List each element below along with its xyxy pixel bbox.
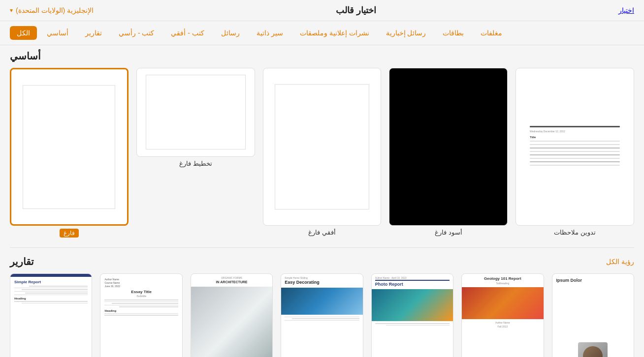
mr-content — [281, 315, 362, 324]
geo-inner: Geology 101 Report Subheading Author Nam… — [462, 274, 543, 357]
sbr-header: ORGANIC FORMS IN ARCHITECTURE — [191, 274, 272, 287]
category-btn-basic[interactable]: أساسي — [40, 26, 75, 40]
template-ipsum-report-thumb[interactable]: Ipsum Dolor Author Name — [552, 273, 634, 357]
note-line-3 — [530, 144, 620, 145]
sr-line-3 — [22, 289, 88, 290]
essay-heading: Heading — [104, 309, 178, 312]
geo-author-bottom: Author Name — [465, 321, 540, 324]
essay-line-1 — [104, 299, 178, 300]
blank-white-inner — [23, 85, 115, 209]
note-line-9 — [530, 165, 620, 166]
sr-title: Simple Report — [14, 280, 88, 284]
blank-portrait-inner — [275, 84, 369, 209]
pr-line-1 — [375, 323, 450, 324]
chevron-down-icon: ▾ — [10, 7, 13, 14]
template-simple-report-thumb[interactable]: Simple Report Heading — [10, 273, 92, 357]
essay-line-7 — [104, 315, 178, 316]
pr-author-line: Author Name · April 10, 2022 — [375, 276, 450, 279]
sbr-inner: ORGANIC FORMS IN ARCHITECTURE — [191, 274, 272, 357]
template-photo-report[interactable]: Author Name · April 10, 2022 Photo Repor… — [371, 273, 453, 357]
pr-inner: Author Name · April 10, 2022 Photo Repor… — [372, 274, 453, 357]
template-blank-layout-name: تخطيط فارغ — [179, 160, 212, 167]
section-reports-title: تقارير — [10, 256, 34, 268]
template-blank-portrait-thumb[interactable] — [263, 68, 382, 226]
mr-header: Simple Home Styling Easy Decorating — [281, 274, 362, 288]
category-btn-flyers[interactable]: نشرات إعلانية وملصقات — [293, 26, 376, 40]
essay-line-5 — [119, 306, 178, 307]
essay-title-text: Essay Title — [104, 290, 178, 294]
template-blank-thumb[interactable] — [10, 68, 129, 226]
template-ipsum-report[interactable]: Ipsum Dolor Author Name تقرير مد... — [552, 273, 634, 357]
note-lines-inner: Wednesday December 12, 2012 Title — [525, 120, 625, 174]
divider-1 — [10, 247, 634, 248]
language-selector[interactable]: الإنجليزية (الولايات المتحدة) ▾ — [10, 6, 94, 14]
sr-line-4 — [14, 291, 88, 292]
sr-line-6 — [14, 295, 88, 296]
template-modern-report[interactable]: Simple Home Styling Easy Decorating تقري… — [281, 273, 363, 357]
reports-templates-grid: Simple Report Heading — [10, 273, 634, 357]
template-black-blank-label-row: أسود فارغ — [435, 229, 462, 236]
section-basic: أساسي فارغ تخطيط فارغ — [10, 50, 634, 238]
geo-subtitle: Subheading — [465, 282, 540, 285]
template-blank-layout-thumb[interactable] — [136, 68, 255, 157]
note-line-7 — [530, 158, 620, 159]
essay-line-2 — [104, 301, 178, 302]
sbr-subtitle-top: ORGANIC FORMS — [194, 276, 269, 279]
blank-layout-inner — [146, 75, 246, 149]
template-essay-thumb[interactable]: Author Name Course Name June 26, 2022 Es… — [100, 273, 182, 357]
mr-line-3 — [285, 320, 359, 321]
template-blank[interactable]: فارغ — [10, 68, 129, 238]
essay-inner: Author Name Course Name June 26, 2022 Es… — [100, 274, 182, 357]
template-essay[interactable]: Author Name Course Name June 26, 2022 Es… — [100, 273, 182, 357]
mr-line-1 — [285, 317, 359, 318]
template-simple-report[interactable]: Simple Report Heading — [10, 273, 92, 357]
template-seasonal-report-thumb[interactable]: Geology 101 Report Subheading Author Nam… — [461, 273, 544, 357]
mr-line-2 — [292, 318, 359, 319]
category-btn-resume[interactable]: سير ذاتية — [250, 26, 290, 40]
note-title-text: Title — [530, 136, 620, 139]
template-photo-report-thumb[interactable]: Author Name · April 10, 2022 Photo Repor… — [371, 273, 453, 357]
template-note-taking[interactable]: Wednesday December 12, 2012 Title تدوين … — [515, 68, 634, 238]
template-simple-blank-report-thumb[interactable]: ORGANIC FORMS IN ARCHITECTURE — [191, 273, 273, 357]
template-black-blank-thumb[interactable] — [389, 68, 508, 226]
note-date: Wednesday December 12, 2012 — [530, 130, 620, 133]
template-note-taking-thumb[interactable]: Wednesday December 12, 2012 Title — [515, 68, 634, 226]
template-black-blank-name: أسود فارغ — [435, 229, 462, 236]
template-blank-portrait-name: أفقي فارغ — [308, 229, 336, 236]
ipsum-inner: Ipsum Dolor Author Name — [552, 274, 634, 357]
sr-line-2 — [14, 288, 88, 289]
category-btn-letters[interactable]: رسائل — [214, 26, 247, 40]
template-black-blank[interactable]: أسود فارغ — [389, 68, 508, 238]
back-button[interactable]: اختيار — [618, 6, 634, 14]
simple-report-inner: Simple Report Heading — [10, 274, 92, 357]
category-btn-reports[interactable]: تقارير — [78, 26, 109, 40]
sr-line-7 — [14, 301, 88, 302]
template-blank-portrait[interactable]: أفقي فارغ — [263, 68, 382, 238]
essay-line-6 — [104, 313, 178, 314]
template-modern-report-thumb[interactable]: Simple Home Styling Easy Decorating — [281, 273, 363, 357]
reports-see-all[interactable]: رؤية الكل — [606, 258, 634, 266]
section-basic-title: أساسي — [10, 50, 41, 62]
template-seasonal-report[interactable]: Geology 101 Report Subheading Author Nam… — [461, 273, 544, 357]
geo-canyon-image — [462, 287, 543, 319]
template-blank-layout[interactable]: تخطيط فارغ — [136, 68, 255, 238]
category-btn-envelopes[interactable]: مغلفات — [474, 26, 509, 40]
mr-author: Simple Home Styling — [285, 276, 359, 279]
category-btn-newsletters[interactable]: رسائل إخبارية — [379, 26, 433, 40]
essay-line-3 — [112, 303, 178, 304]
category-btn-books-portrait[interactable]: كتب - رأسي — [112, 26, 161, 40]
back-link[interactable]: اختيار — [618, 6, 634, 14]
sr-line-8 — [22, 303, 88, 304]
sr-line-1 — [29, 286, 88, 287]
category-btn-cards[interactable]: بطاقات — [436, 26, 471, 40]
essay-line-4 — [104, 305, 178, 306]
section-reports: رؤية الكل تقارير Simple Report — [10, 256, 634, 357]
category-btn-books-landscape[interactable]: كتب - أفقي — [164, 26, 211, 40]
essay-subtitle: Subtitle — [104, 295, 178, 298]
main-content: أساسي فارغ تخطيط فارغ — [0, 45, 644, 357]
category-btn-all[interactable]: الكل — [10, 26, 37, 40]
template-simple-blank-report[interactable]: ORGANIC FORMS IN ARCHITECTURE تقرير مبسط — [191, 273, 273, 357]
note-line-1 — [530, 126, 620, 127]
blank-badge: فارغ — [60, 229, 79, 238]
ipsum-title: Ipsum Dolor — [556, 278, 630, 283]
